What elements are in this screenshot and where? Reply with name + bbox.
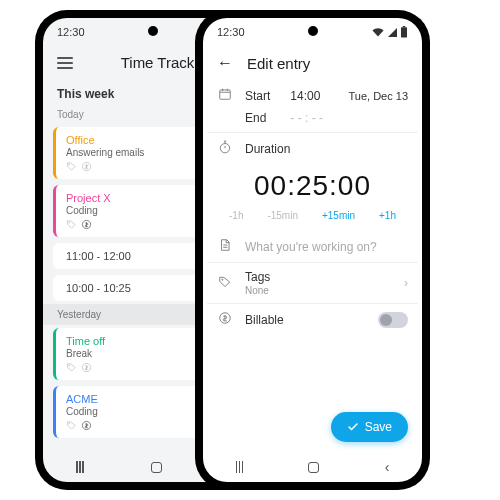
- tag-icon: [217, 275, 233, 292]
- calendar-icon: [217, 87, 233, 104]
- svg-rect-10: [220, 90, 231, 99]
- nav-recent-button[interactable]: [236, 461, 244, 473]
- billable-icon: [81, 219, 92, 230]
- duration-row: Duration: [207, 132, 418, 164]
- billable-label: Billable: [245, 313, 366, 327]
- billable-icon: [217, 311, 233, 328]
- camera-notch: [148, 26, 158, 36]
- status-time: 12:30: [57, 26, 85, 38]
- quick-plus-15m[interactable]: +15min: [322, 210, 355, 221]
- svg-point-4: [69, 365, 70, 366]
- quick-plus-1h[interactable]: +1h: [379, 210, 396, 221]
- billable-icon: [81, 362, 92, 373]
- hamburger-icon[interactable]: [57, 57, 73, 69]
- svg-rect-9: [403, 26, 405, 27]
- edit-form: Start 14:00 Tue, Dec 13 End - - : - - Du…: [203, 80, 422, 452]
- save-button[interactable]: Save: [331, 412, 408, 442]
- app-title: Edit entry: [247, 55, 408, 72]
- phone-right-screen: 12:30 ← Edit entry Start 14:00 Tue, Dec …: [203, 18, 422, 482]
- time-slot: 10:00 - 10:25: [66, 282, 131, 294]
- end-time-row[interactable]: End - - : - -: [207, 111, 418, 132]
- tag-icon: [66, 219, 77, 230]
- description-row[interactable]: What you're working on?: [207, 231, 418, 262]
- start-label: Start: [245, 89, 270, 103]
- stopwatch-icon: [217, 140, 233, 157]
- tags-row[interactable]: Tags None ›: [207, 262, 418, 303]
- billable-row[interactable]: Billable: [207, 303, 418, 335]
- tag-icon: [66, 420, 77, 431]
- svg-rect-8: [401, 27, 407, 37]
- billable-icon: [81, 420, 92, 431]
- duration-value[interactable]: 00:25:00: [207, 164, 418, 210]
- quick-minus-1h[interactable]: -1h: [229, 210, 243, 221]
- status-time: 12:30: [217, 26, 245, 38]
- svg-point-2: [69, 222, 70, 223]
- camera-notch: [308, 26, 318, 36]
- description-input[interactable]: What you're working on?: [245, 240, 377, 254]
- chevron-right-icon: ›: [404, 276, 408, 290]
- end-time-value: - - : - -: [290, 111, 323, 125]
- android-nav-bar: ‹: [203, 452, 422, 482]
- wifi-icon: [372, 27, 384, 37]
- billable-icon: [81, 161, 92, 172]
- svg-point-0: [69, 164, 70, 165]
- nav-back-button[interactable]: ‹: [385, 459, 390, 475]
- document-icon: [217, 238, 233, 255]
- tags-label: Tags: [245, 270, 392, 284]
- nav-recent-button[interactable]: [76, 461, 84, 473]
- tag-icon: [66, 362, 77, 373]
- end-label: End: [245, 111, 266, 125]
- back-arrow-icon[interactable]: ←: [217, 54, 233, 72]
- start-date-value: Tue, Dec 13: [348, 90, 408, 102]
- duration-label: Duration: [245, 142, 290, 156]
- svg-point-6: [69, 423, 70, 424]
- check-icon: [347, 421, 359, 433]
- start-time-value: 14:00: [290, 89, 320, 103]
- tags-value: None: [245, 285, 392, 296]
- battery-icon: [400, 26, 408, 38]
- tag-icon: [66, 161, 77, 172]
- signal-icon: [387, 27, 397, 37]
- status-icons: [372, 26, 408, 38]
- quick-minus-15m[interactable]: -15min: [267, 210, 298, 221]
- nav-home-button[interactable]: [151, 462, 162, 473]
- save-button-label: Save: [365, 420, 392, 434]
- nav-home-button[interactable]: [308, 462, 319, 473]
- billable-toggle[interactable]: [378, 312, 408, 328]
- time-slot: 11:00 - 12:00: [66, 250, 131, 262]
- start-time-row[interactable]: Start 14:00 Tue, Dec 13: [207, 80, 418, 111]
- svg-point-12: [222, 279, 223, 280]
- quick-adjust-buttons: -1h -15min +15min +1h: [207, 210, 418, 231]
- app-bar: ← Edit entry: [203, 46, 422, 80]
- phone-right-frame: 12:30 ← Edit entry Start 14:00 Tue, Dec …: [195, 10, 430, 490]
